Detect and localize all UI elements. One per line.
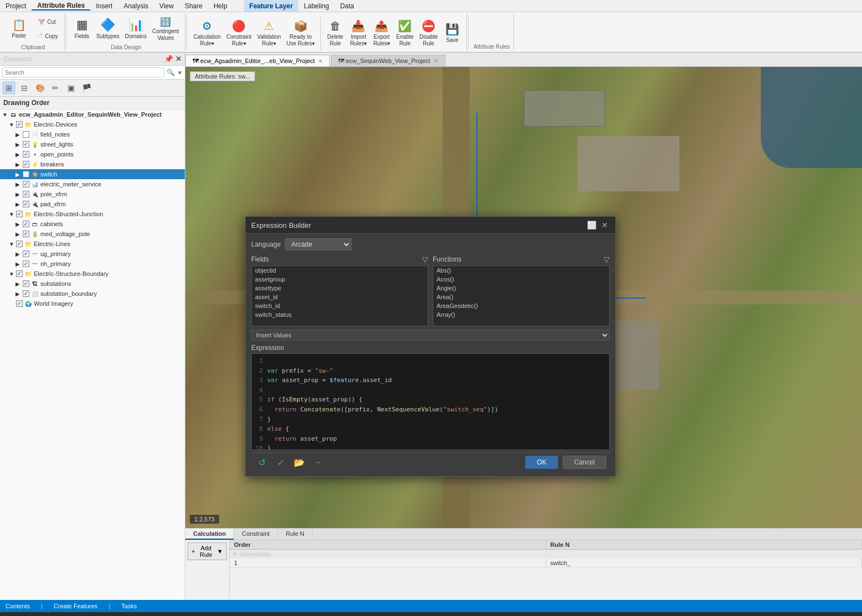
check-med-voltage[interactable]: ✓ [23,231,29,237]
menu-project[interactable]: Project [0,2,32,10]
domains-button[interactable]: 📊 Domains [123,14,149,43]
save-button[interactable]: 💾 Save [441,19,463,48]
tree-item-electric-junction[interactable]: ▼ ✓ 📁 Electric-Structed-Junction [0,209,185,219]
func-abs[interactable]: Abs() [433,266,609,275]
tree-item-pad-xfrm[interactable]: ▶ ✓ 🔌 pad_xfrm [0,199,185,209]
check-open-points[interactable]: ✓ [23,151,29,158]
check-breakers[interactable]: ✓ [23,161,29,168]
tree-item-field-notes[interactable]: ▶ 📄 field_notes [0,129,185,139]
search-icon[interactable]: 🔍 [167,69,175,76]
insert-values-select[interactable]: Insert Values [251,330,610,341]
func-area-geodetic[interactable]: AreaGeodetic() [433,301,609,310]
cut-button[interactable]: ✂️ Cut [33,15,61,28]
menu-labeling[interactable]: Labeling [298,2,334,10]
expression-editor[interactable]: 1 2var prefix = "sw-" 3var asset_prop = … [251,353,610,450]
tree-item-electric-meter[interactable]: ▶ ✓ 📊 electric_meter_service [0,179,185,189]
func-acos[interactable]: Acos() [433,275,609,284]
menu-feature-layer[interactable]: Feature Layer [244,0,299,12]
check-electric-devices[interactable]: ✓ [16,121,23,128]
calc-rule-button[interactable]: ⚙ CalculationRule▾ [191,19,223,48]
check-pole-xfrm[interactable]: ✓ [23,191,29,197]
enable-rule-button[interactable]: ✅ EnableRule [394,19,416,48]
tree-item-switch[interactable]: ▶ ✓ 🔘 switch [0,169,185,179]
search-dropdown-icon[interactable]: ▼ [177,70,183,76]
check-substations[interactable]: ✓ [23,280,29,287]
check-electric-structure[interactable]: ✓ [16,270,23,277]
tree-item-substation-boundary[interactable]: ▶ ✓ ⬜ substation_boundary [0,289,185,299]
check-world-imagery[interactable]: ✓ [16,300,23,307]
fields-button[interactable]: ▦ Fields [71,14,93,43]
func-array[interactable]: Array() [433,310,609,319]
func-area[interactable]: Area() [433,293,609,301]
check-switch[interactable]: ✓ [23,171,29,178]
verify-button[interactable]: ✓ [273,455,288,469]
functions-filter-icon[interactable]: ▽ [604,255,610,264]
tree-item-ug-primary[interactable]: ▶ ✓ 〰 ug_primary [0,249,185,259]
tree-item-root[interactable]: ▼ 🗂 ecw_Agsadmin_Editor_SequinWeb_View_P… [0,109,185,119]
list-view-button[interactable]: ⊞ [2,81,15,95]
tree-item-open-points[interactable]: ▶ ✓ ⚬ open_points [0,149,185,159]
subtypes-button[interactable]: 🔷 Subtypes [94,14,122,43]
status-contents[interactable]: Contents [6,603,30,609]
check-ug-primary[interactable]: ✓ [23,250,29,257]
check-oh-primary[interactable]: ✓ [23,260,29,267]
tree-item-electric-lines[interactable]: ▼ ✓ 📁 Electric-Lines [0,239,185,249]
locate-button[interactable]: 🏴 [80,81,93,95]
next-button[interactable]: → [311,455,325,469]
tree-item-cabinets[interactable]: ▶ ✓ 🗃 cabinets [0,219,185,229]
tree-item-electric-structure[interactable]: ▼ ✓ 📁 Electric-Structure-Boundary [0,269,185,279]
functions-list-box[interactable]: Abs() Acos() Angle() Area() AreaGeodetic… [433,265,610,326]
tree-item-pole-xfrm[interactable]: ▶ ✓ 🔌 pole_xfrm [0,189,185,199]
add-rule-button[interactable]: + Add Rule ▼ [188,542,227,560]
map-tab-1-close[interactable]: ✕ [318,58,323,64]
disable-rule-button[interactable]: ⛔ DisableRule [417,19,440,48]
pin-icon[interactable]: 📌 [164,55,173,63]
menu-view[interactable]: View [154,2,179,10]
map-view[interactable]: 1:2,573 Attribute Rules: sw... Expressio… [185,67,862,528]
tree-item-electric-devices[interactable]: ▼ ✓ 📁 Electric-Devices [0,119,185,129]
tree-item-med-voltage[interactable]: ▶ ✓ 🔋 med_voltage_pole [0,229,185,239]
close-panel-icon[interactable]: ✕ [175,55,181,63]
validation-rule-button[interactable]: ⚠ ValidationRule▾ [255,19,283,48]
attr-table-row-1[interactable]: 1 switch_ [230,558,862,568]
grid-view-button[interactable]: ⊟ [18,81,31,95]
undo-button[interactable]: ↺ [255,455,269,469]
field-switch-status[interactable]: switch_status [252,310,428,319]
check-electric-junction[interactable]: ✓ [16,211,23,217]
tree-item-oh-primary[interactable]: ▶ ✓ 〰 oh_primary [0,259,185,269]
menu-attribute-rules[interactable]: Attribute Rules [32,2,90,11]
menu-analysis[interactable]: Analysis [118,2,154,10]
check-cabinets[interactable]: ✓ [23,221,29,227]
tree-item-street-lights[interactable]: ▶ ✓ 💡 street_lights [0,139,185,149]
constraint-rule-button[interactable]: 🔴 ConstraintRule▾ [224,19,254,48]
func-angle[interactable]: Angle() [433,284,609,293]
map-tab-2-close[interactable]: ✕ [434,58,438,64]
language-select[interactable]: Arcade Python SQL [285,238,351,250]
contingent-button[interactable]: 🔢 ContingentValues [150,14,181,43]
check-street-lights[interactable]: ✓ [23,141,29,148]
check-pad-xfrm[interactable]: ✓ [23,201,29,207]
menu-insert[interactable]: Insert [90,2,118,10]
ok-button[interactable]: OK [525,456,558,469]
field-asset-id[interactable]: asset_id [252,293,428,301]
tree-item-substations[interactable]: ▶ ✓ 🏗 substations [0,279,185,289]
attr-tab-calculation[interactable]: Calculation [185,529,234,540]
check-electric-lines[interactable]: ✓ [16,241,23,247]
menu-help[interactable]: Help [208,2,233,10]
status-create-features[interactable]: Create Features [54,603,97,609]
status-tasks[interactable]: Tasks [121,603,137,609]
paste-button[interactable]: 📋 Paste [6,14,32,43]
import-rules-button[interactable]: 📥 ImportRules▾ [347,19,370,48]
field-switch-id[interactable]: switch_id [252,301,428,310]
fields-filter-icon[interactable]: ▽ [422,255,428,264]
check-field-notes[interactable] [23,131,29,138]
check-electric-meter[interactable]: ✓ [23,181,29,187]
open-file-button[interactable]: 📂 [292,455,307,469]
field-objectid[interactable]: objectid [252,266,428,275]
menu-data[interactable]: Data [335,2,360,10]
tree-item-breakers[interactable]: ▶ ✓ ⚡ breakers [0,159,185,169]
field-assetgroup[interactable]: assetgroup [252,275,428,284]
field-assettype[interactable]: assettype [252,284,428,293]
edit-button[interactable]: ✏ [49,81,62,95]
cancel-button[interactable]: Cancel [563,456,606,469]
